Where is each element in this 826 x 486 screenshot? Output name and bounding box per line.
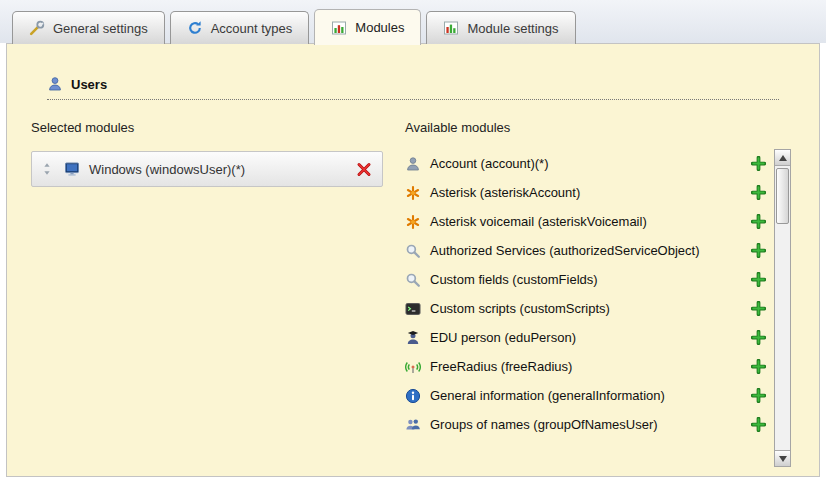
- asterisk-icon: [405, 185, 421, 201]
- add-module-button[interactable]: [750, 388, 766, 404]
- available-module-label: Authorized Services (authorizedServiceOb…: [430, 243, 700, 258]
- available-module-label: Groups of names (groupOfNamesUser): [430, 417, 658, 432]
- available-module-label: Asterisk (asteriskAccount): [430, 185, 580, 200]
- tab-label: General settings: [53, 21, 148, 36]
- available-module-label: FreeRadius (freeRadius): [430, 359, 572, 374]
- add-module-button[interactable]: [750, 156, 766, 172]
- app-window: General settingsAccount typesModulesModu…: [0, 0, 826, 486]
- available-module-label: EDU person (eduPerson): [430, 330, 576, 345]
- radio-icon: [405, 359, 421, 375]
- available-modules-heading: Available modules: [405, 120, 791, 135]
- add-module-button[interactable]: [750, 243, 766, 259]
- available-module-label: Custom fields (customFields): [430, 272, 598, 287]
- available-modules-list: Account (account)(*)Asterisk (asteriskAc…: [405, 147, 774, 467]
- add-module-button[interactable]: [750, 214, 766, 230]
- info-icon: [405, 388, 421, 404]
- scrollbar-down-button[interactable]: [775, 450, 790, 466]
- available-module-row: FreeRadius (freeRadius): [405, 352, 774, 381]
- modules-icon: [331, 20, 347, 36]
- available-module-row: Custom fields (customFields): [405, 265, 774, 294]
- selected-modules-list: Windows (windowsUser)(*): [31, 151, 389, 187]
- available-module-row: Account (account)(*): [405, 149, 774, 178]
- triangle-up-icon: [779, 155, 787, 161]
- add-module-button[interactable]: [750, 185, 766, 201]
- account-types-icon: [187, 20, 203, 36]
- tools-icon: [29, 20, 45, 36]
- module-settings-icon: [443, 20, 459, 36]
- available-modules-wrap: Account (account)(*)Asterisk (asteriskAc…: [405, 147, 791, 467]
- magnifier-icon: [405, 272, 421, 288]
- available-module-row: Asterisk voicemail (asteriskVoicemail): [405, 207, 774, 236]
- available-module-row: Custom scripts (customScripts): [405, 294, 774, 323]
- magnifier-icon: [405, 243, 421, 259]
- selected-modules-column: Selected modules Windows (windowsUser)(*…: [31, 120, 389, 467]
- windows-module-icon: [64, 161, 80, 177]
- available-module-row: Asterisk (asteriskAccount): [405, 178, 774, 207]
- available-module-label: Account (account)(*): [430, 156, 549, 171]
- scrollbar[interactable]: [774, 149, 791, 467]
- content-panel: Users Selected modules Windows (windowsU…: [6, 43, 820, 477]
- group-icon: [405, 417, 421, 433]
- selected-module-label: Windows (windowsUser)(*): [89, 162, 245, 177]
- available-module-label: Asterisk voicemail (asteriskVoicemail): [430, 214, 647, 229]
- tab-bar: General settingsAccount typesModulesModu…: [12, 8, 581, 44]
- add-module-button[interactable]: [750, 417, 766, 433]
- triangle-down-icon: [779, 456, 787, 462]
- tab-account-types[interactable]: Account types: [170, 11, 310, 44]
- add-module-button[interactable]: [750, 272, 766, 288]
- users-section-title: Users: [71, 77, 107, 92]
- tab-label: Account types: [211, 21, 293, 36]
- tab-module-settings[interactable]: Module settings: [426, 11, 575, 44]
- add-module-button[interactable]: [750, 359, 766, 375]
- scrollbar-thumb[interactable]: [776, 168, 789, 224]
- users-section-header: Users: [47, 76, 779, 100]
- add-module-button[interactable]: [750, 330, 766, 346]
- terminal-icon: [405, 301, 421, 317]
- available-modules-column: Available modules Account (account)(*)As…: [405, 120, 791, 467]
- available-module-label: Custom scripts (customScripts): [430, 301, 610, 316]
- available-module-row: General information (generalInformation): [405, 381, 774, 410]
- tab-label: Modules: [355, 20, 404, 35]
- tab-label: Module settings: [467, 21, 558, 36]
- add-module-button[interactable]: [750, 301, 766, 317]
- asterisk-voicemail-icon: [405, 214, 421, 230]
- module-columns: Selected modules Windows (windowsUser)(*…: [31, 120, 819, 467]
- edu-person-icon: [405, 330, 421, 346]
- tab-general-settings[interactable]: General settings: [12, 11, 165, 44]
- selected-modules-heading: Selected modules: [31, 120, 389, 135]
- account-icon: [405, 156, 421, 172]
- user-icon: [47, 76, 63, 92]
- available-module-row: Authorized Services (authorizedServiceOb…: [405, 236, 774, 265]
- scrollbar-up-button[interactable]: [775, 150, 790, 166]
- selected-module-row[interactable]: Windows (windowsUser)(*): [31, 151, 383, 187]
- drag-handle-icon: [39, 161, 55, 177]
- remove-module-button[interactable]: [356, 161, 372, 177]
- available-module-label: General information (generalInformation): [430, 388, 665, 403]
- available-module-row: EDU person (eduPerson): [405, 323, 774, 352]
- tab-modules[interactable]: Modules: [314, 9, 421, 45]
- available-module-row: Groups of names (groupOfNamesUser): [405, 410, 774, 439]
